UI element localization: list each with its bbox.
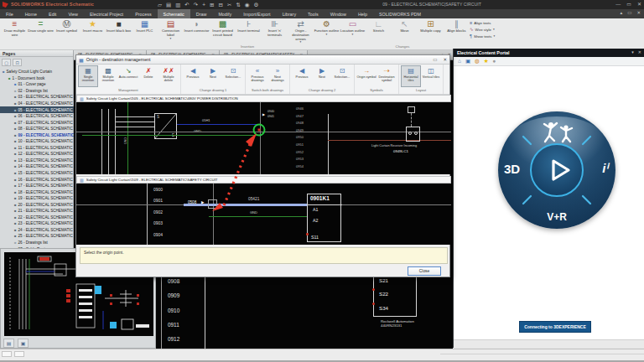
menu-tab[interactable]: Edit: [43, 9, 62, 18]
page-tree-item[interactable]: ■ 12 - ELECTRICAL SCHEMATIC: [0, 151, 74, 158]
page-tree-item[interactable]: ■ 11 - ELECTRICAL SCHEMATIC: [0, 145, 74, 152]
menu-tab[interactable]: Tools: [302, 9, 325, 18]
page-tree-item[interactable]: ■ 03 - ELECTRICAL SCHEMATIC: [0, 94, 74, 101]
page-tree-item[interactable]: ■ 16 - ELECTRICAL SCHEMATIC: [0, 176, 74, 183]
menu-tab[interactable]: Library: [277, 9, 302, 18]
menu-tab[interactable]: Help: [352, 9, 373, 18]
redo-icon[interactable]: ↷: [194, 1, 198, 8]
safety-relay-symbol[interactable]: S21 S22 S34: [373, 275, 417, 317]
menu-tab[interactable]: Window: [325, 9, 352, 18]
toolbar-button[interactable]: ▶ Next: [312, 65, 332, 87]
page-tree-item[interactable]: ■ Safety Circuit Light Curtain: [0, 69, 74, 75]
maximize-icon[interactable]: ▭: [433, 57, 437, 62]
pan-icon[interactable]: ⇅: [236, 1, 240, 8]
toolbar-button[interactable]: ▦ Single insertion: [78, 65, 98, 87]
compass-center[interactable]: [530, 143, 584, 197]
ribbon-small-button[interactable]: ∿ Wire style ▾: [470, 27, 495, 32]
toolbar-button[interactable]: ▩ Multiple insertion: [98, 65, 118, 87]
toolbar-button[interactable]: ◫ Vertical tiles: [421, 65, 441, 87]
ribbon-button[interactable]: ∟ Stretch: [366, 19, 392, 46]
add-icon[interactable]: +: [202, 1, 205, 8]
toolbar-button[interactable]: ↘ Auto-connect: [118, 65, 138, 87]
ribbon-button[interactable]: ↖ Move: [392, 19, 418, 46]
page-tree-item[interactable]: ■ 20 - ELECTRICAL SCHEMATIC: [0, 201, 74, 208]
menu-tab[interactable]: Schematic: [158, 9, 190, 18]
page-tree-item[interactable]: ■ 19 - ELECTRICAL SCHEMATIC: [0, 195, 74, 202]
pane1-canvas[interactable]: GND S E 05H1 GND ▶ 0940 0941 09460947094…: [76, 102, 451, 174]
menu-tab[interactable]: Modify: [212, 9, 237, 18]
maximize-icon[interactable]: ▭: [626, 1, 631, 8]
statusbar-segment[interactable]: [2, 351, 12, 357]
connecting-button[interactable]: Connecting to 3DEXPERIENCE: [519, 321, 591, 333]
ribbon-button[interactable]: ▭ Location outline ▾: [340, 19, 366, 46]
toolbar-button[interactable]: « Previous drawings: [247, 65, 267, 87]
expand-tree-icon[interactable]: ⊡: [13, 59, 22, 66]
ribbon-button[interactable]: ⊦ Insert terminal: [236, 19, 262, 46]
origin-point-box[interactable]: [208, 199, 217, 209]
ribbon-button[interactable]: ▤ Connection label ▾: [158, 19, 184, 46]
page-tree-item[interactable]: ■ 10 - ELECTRICAL SCHEMATIC: [0, 138, 74, 145]
relay-symbol[interactable]: 0901K1 A1 A2 S11: [307, 194, 341, 242]
pane2-canvas[interactable]: 09000901090209030904 05421 0508 ▶ GND 09…: [76, 184, 451, 245]
menu-tab[interactable]: Draw: [190, 9, 213, 18]
screen-icon[interactable]: ▣: [465, 57, 470, 65]
open-icon[interactable]: ▤: [166, 1, 171, 8]
ribbon-small-button[interactable]: ¶ Show texts ▾: [470, 34, 495, 39]
ribbon-button[interactable]: ⊪ Insert 'n' terminals: [262, 19, 288, 46]
restore-document-icon[interactable]: ▭: [627, 10, 631, 15]
ribbon-button[interactable]: ◗ Insert connector: [184, 19, 210, 46]
page-tree-item[interactable]: ■ 04 - ELECTRICAL SCHEMATIC: [0, 101, 74, 107]
close-icon[interactable]: ✕: [443, 57, 447, 62]
menu-tab[interactable]: File: [0, 9, 19, 18]
toolbar-button[interactable]: ✗ Delete: [138, 65, 158, 87]
ribbon-button[interactable]: ▦ Insert PLC: [132, 19, 158, 46]
page-tree-item[interactable]: ■ 14 - ELECTRICAL SCHEMATIC: [0, 163, 74, 170]
ribbon-button[interactable]: ⊞ Multiple copy: [418, 19, 444, 46]
page-tree-item[interactable]: ■ 26 - Drawings list: [0, 240, 74, 246]
menu-tab[interactable]: Home: [19, 9, 43, 18]
page-tree-item[interactable]: ■ 07 - ELECTRICAL SCHEMATIC: [0, 119, 74, 126]
page-tree-item[interactable]: ■ 1 - Document book: [0, 75, 74, 82]
globe-icon[interactable]: ◍: [475, 57, 480, 65]
statusbar-segment[interactable]: [14, 351, 24, 357]
page-tree-item[interactable]: ■ 23 - ELECTRICAL SCHEMATIC: [0, 220, 74, 227]
menu-tab[interactable]: View: [62, 9, 84, 18]
minimize-icon[interactable]: —: [615, 1, 621, 8]
ribbon-collapse-icon[interactable]: ▴: [620, 10, 622, 15]
page-tree-item[interactable]: ■ 02 - Drawings list: [0, 88, 74, 95]
toolbar-button[interactable]: → Origin symbol: [356, 65, 377, 87]
page-tree-item[interactable]: ■ 15 - ELECTRICAL SCHEMATIC: [0, 170, 74, 177]
page-tree-item[interactable]: ■ 21 - ELECTRICAL SCHEMATIC: [0, 208, 74, 215]
toolbar-button[interactable]: ✗✗ Multiple delete: [158, 65, 179, 87]
portal-header[interactable]: Electrical Content Portal ▾✕: [454, 49, 644, 57]
ribbon-button[interactable]: ⇄ Origin - destination arrows ▾: [288, 19, 314, 46]
toolbar-button[interactable]: ◀ Previous: [183, 65, 203, 87]
page-tree-item[interactable]: ■ 18 - ELECTRICAL SCHEMATIC: [0, 189, 74, 195]
save-icon[interactable]: ▥: [175, 1, 180, 8]
page-tree-item[interactable]: ■ 09 - ELECTRICAL SCHEMATIC: [0, 132, 74, 138]
page-tree-item[interactable]: ■ 05 - ELECTRICAL SCHEMATIC: [0, 106, 74, 113]
ribbon-small-button[interactable]: ≡ Align texts: [470, 20, 495, 25]
toolbar-button[interactable]: ⊡ Selection...: [332, 65, 352, 87]
close-document-icon[interactable]: ✕: [636, 10, 641, 15]
ribbon-button[interactable]: ■ Insert black box: [106, 19, 132, 46]
menu-tab[interactable]: Electrical Project: [84, 9, 129, 18]
page-tree-item[interactable]: ■ 17 - ELECTRICAL SCHEMATIC: [0, 183, 74, 189]
menu-tab[interactable]: Import/Export: [237, 9, 276, 18]
ribbon-button[interactable]: ∥ Align blocks: [444, 19, 470, 46]
page-tree-item[interactable]: ■ 25 - ELECTRICAL SCHEMATIC: [0, 233, 74, 240]
new-page-icon[interactable]: ▢: [2, 59, 11, 66]
new-document-icon[interactable]: ▱: [158, 1, 162, 8]
toolbar-button[interactable]: ⊡ Selection...: [223, 65, 243, 87]
page-tree-item[interactable]: ■ 01 - Cover page: [0, 81, 74, 88]
menu-tab[interactable]: Process: [129, 9, 157, 18]
undo-icon[interactable]: ↶: [184, 1, 189, 8]
ribbon-button[interactable]: Ⓜ Insert symbol: [54, 19, 80, 46]
options-icon[interactable]: ⚙: [254, 1, 259, 8]
toolbar-button[interactable]: ⇢ Destination symbol: [377, 65, 397, 87]
toolbar-button[interactable]: » Next drawings: [267, 65, 288, 87]
close-icon[interactable]: ✕: [637, 1, 641, 8]
close-icon[interactable]: ✕: [638, 49, 641, 54]
ribbon-button[interactable]: ▩ Insert printed circuit board: [210, 19, 236, 46]
thumbnail-window-button[interactable]: ▣: [18, 339, 29, 348]
